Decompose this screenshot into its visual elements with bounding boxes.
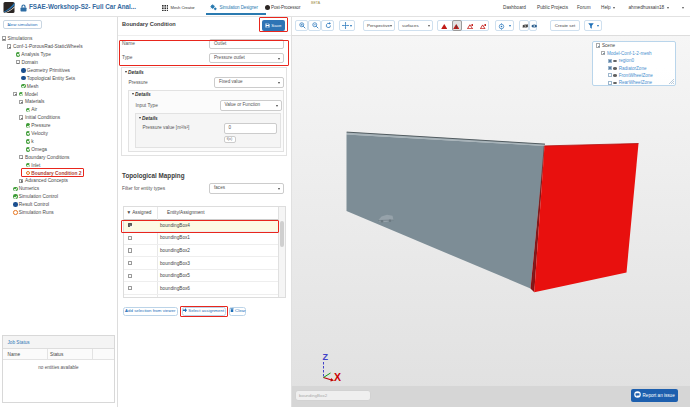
svg-text:X: X — [334, 371, 341, 383]
svg-text:Z: Z — [323, 352, 329, 362]
